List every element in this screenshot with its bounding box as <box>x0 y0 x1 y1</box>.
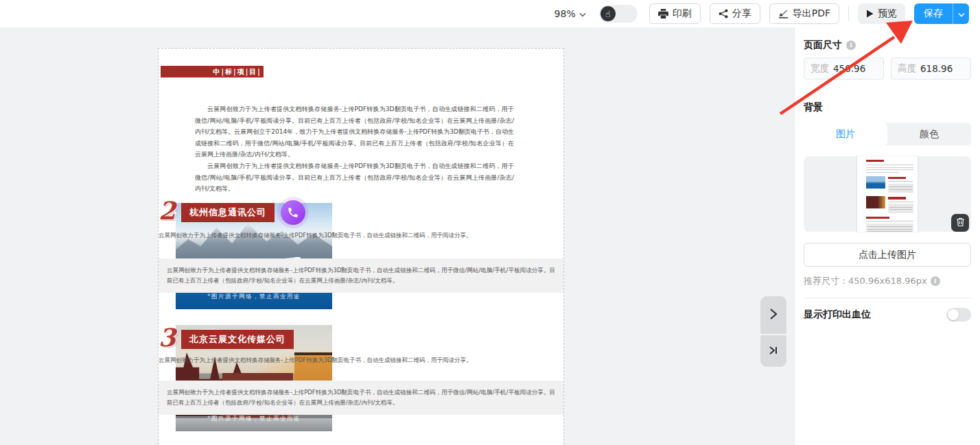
zoom-value: 98% <box>555 8 576 19</box>
export-icon <box>778 9 789 19</box>
page-size-label: 页面尺寸 <box>804 39 842 51</box>
bleed-toggle[interactable] <box>946 308 971 322</box>
tab-color[interactable]: 颜色 <box>887 123 971 145</box>
width-label: 宽度 <box>810 62 829 75</box>
save-split-button: 保存 <box>914 3 969 24</box>
export-pdf-button[interactable]: 导出PDF <box>769 3 839 24</box>
info-icon[interactable]: i <box>931 276 940 286</box>
sidebar-divider <box>804 298 971 298</box>
page-size-section-title: 页面尺寸 i <box>804 39 971 51</box>
height-label: 高度 <box>898 62 916 75</box>
height-value: 618.96 <box>920 63 953 74</box>
section-title: 北京云展文化传媒公司 <box>181 330 294 349</box>
section-3-header: 3 北京云展文化传媒公司 <box>159 325 563 350</box>
printer-icon <box>658 9 668 19</box>
toolbar-divider <box>848 6 849 21</box>
section-2-lead: 云展网创致力于为上传者提供文档转换存储服务-上传PDF转换为3D翻页电子书，自动… <box>159 230 563 241</box>
background-tabs: 图片 颜色 <box>804 123 971 145</box>
upload-image-button[interactable]: 点击上传图片 <box>804 243 971 267</box>
height-input[interactable]: 高度 618.96 <box>891 58 971 80</box>
trash-icon <box>956 217 965 229</box>
save-button[interactable]: 保存 <box>914 3 953 24</box>
info-icon[interactable]: i <box>846 40 856 50</box>
preview-label: 预览 <box>878 8 897 20</box>
doc-paragraph-2: 云展网创致力于为上传者提供文档转换存储服务-上传PDF转换为3D翻页电子书，自动… <box>195 160 514 195</box>
share-button[interactable]: 分享 <box>710 3 760 24</box>
hand-icon: ☝ <box>600 6 616 21</box>
background-image-preview[interactable] <box>804 156 971 232</box>
section-2-header: 2 杭州信息通讯公司 <box>159 198 563 228</box>
recommended-size: 推荐尺寸：450.96x618.96px i <box>804 275 971 287</box>
play-icon <box>866 10 874 18</box>
section-title: 杭州信息通讯公司 <box>181 203 275 222</box>
chevron-right-icon <box>769 308 778 322</box>
preview-button[interactable]: 预览 <box>858 3 905 24</box>
print-label: 印刷 <box>673 8 692 20</box>
section-number: 3 <box>159 325 176 350</box>
hand-tool-toggle[interactable]: ☝ <box>599 5 638 23</box>
tab-image[interactable]: 图片 <box>804 123 887 145</box>
export-pdf-label: 导出PDF <box>793 8 830 20</box>
photo-caption: *图片源于网络，禁止商业用途 <box>176 415 332 423</box>
toggle-knob <box>948 309 959 320</box>
zoom-select[interactable]: 98% <box>555 8 586 19</box>
background-thumbnail-page <box>857 156 918 232</box>
bleed-setting-row: 显示打印出血位 <box>804 308 971 322</box>
chevron-end-icon <box>769 346 778 357</box>
next-page-button[interactable] <box>760 296 786 334</box>
section-3-lead: 云展网创致力于为上传者提供文档转换存储服务-上传PDF转换为3D翻页电子书，自动… <box>159 354 563 365</box>
editor-canvas[interactable]: 中|标|项|目| 云展网创致力于为上传者提供文档转换存储服务-上传PDF转换为3… <box>0 27 794 445</box>
page-navigation <box>760 296 786 367</box>
chevron-down-icon <box>958 9 965 19</box>
width-input[interactable]: 宽度 450.96 <box>804 58 884 80</box>
background-label: 背景 <box>804 101 823 114</box>
document-page[interactable]: 中|标|项|目| 云展网创致力于为上传者提供文档转换存储服务-上传PDF转换为3… <box>158 48 564 445</box>
right-sidebar: 页面尺寸 i 宽度 450.96 高度 618.96 背景 图片 颜色 <box>794 27 980 445</box>
background-section-title: 背景 <box>804 101 971 114</box>
width-value: 450.96 <box>833 63 865 74</box>
save-dropdown-button[interactable] <box>953 3 969 24</box>
recommended-size-text: 推荐尺寸：450.96x618.96px <box>804 275 927 287</box>
doc-header-tag: 中|标|项|目| <box>161 66 264 77</box>
phone-icon <box>277 197 309 228</box>
chevron-down-icon <box>579 8 586 19</box>
top-toolbar: 98% ☝ 印刷 分享 导出PDF 预览 保存 <box>0 0 980 27</box>
delete-background-button[interactable] <box>951 214 969 232</box>
last-page-button[interactable] <box>760 335 786 367</box>
dimension-inputs: 宽度 450.96 高度 618.96 <box>804 58 971 80</box>
section-3-body: 云展网创致力于为上传者提供文档转换存储服务-上传PDF转换为3D翻页电子书，自动… <box>159 381 563 415</box>
share-icon <box>719 9 728 19</box>
section-2-body: 云展网创致力于为上传者提供文档转换存储服务-上传PDF转换为3D翻页电子书，自动… <box>159 258 563 293</box>
bleed-label: 显示打印出血位 <box>804 309 871 321</box>
print-button[interactable]: 印刷 <box>649 3 701 24</box>
photo-caption: *图片源于网络，禁止商业用途 <box>176 293 332 301</box>
share-label: 分享 <box>732 8 751 20</box>
section-number: 2 <box>159 198 176 223</box>
doc-paragraph-1: 云展网创致力于为上传者提供文档转换存储服务-上传PDF转换为3D翻页电子书，自动… <box>195 104 514 160</box>
